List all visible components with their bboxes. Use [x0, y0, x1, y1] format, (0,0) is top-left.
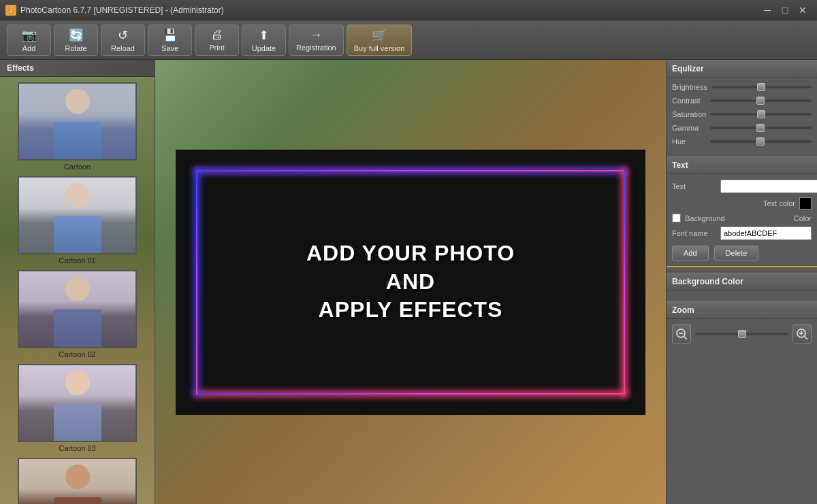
- print-button[interactable]: 🖨 Print: [195, 24, 239, 56]
- text-delete-button[interactable]: Delete: [714, 246, 759, 261]
- effect-thumb-cartoon04: [18, 458, 137, 504]
- text-input-row: Text: [672, 180, 812, 193]
- maximize-button[interactable]: □: [776, 3, 794, 17]
- buy-button[interactable]: 🛒 Buy full version: [347, 24, 413, 56]
- text-add-button[interactable]: Add: [672, 246, 709, 261]
- add-button[interactable]: 📷 Add: [7, 24, 51, 56]
- save-icon: 💾: [163, 28, 178, 43]
- effect-item-cartoon[interactable]: Cartoon: [5, 82, 149, 171]
- zoom-in-button[interactable]: [792, 324, 812, 343]
- gamma-slider[interactable]: [710, 127, 812, 129]
- text-btn-row: Add Delete: [672, 246, 812, 261]
- svg-line-1: [684, 337, 687, 339]
- bg-color-header: Background Color: [667, 273, 817, 290]
- effect-label-cartoon: Cartoon: [64, 163, 91, 171]
- save-label: Save: [161, 44, 178, 52]
- canvas-line1: ADD YOUR PHOTO: [306, 239, 515, 268]
- reload-button[interactable]: ↺ Reload: [101, 24, 145, 56]
- contrast-slider[interactable]: [710, 99, 812, 102]
- zoom-slider[interactable]: [695, 333, 788, 335]
- add-icon: 📷: [22, 28, 37, 43]
- font-name-row: Font name abodefABCDEF: [672, 226, 812, 240]
- svg-line-4: [805, 337, 807, 339]
- effects-panel: Effects Cartoon: [0, 60, 155, 504]
- registration-button[interactable]: → Registration: [289, 24, 344, 56]
- window-title: PhotoCartoon 6.7.7 [UNREGISTERED] - (Adm…: [20, 5, 224, 15]
- right-panel: Equlizer Brightness Contrast Saturation …: [666, 60, 817, 504]
- add-label: Add: [22, 44, 36, 52]
- effects-list-wrapper: Cartoon Cartoon 01: [0, 77, 155, 504]
- background-checkbox[interactable]: [672, 214, 681, 222]
- effect-label-cartoon02: Cartoon 02: [59, 350, 95, 358]
- effect-label-cartoon03: Cartoon 03: [59, 444, 95, 452]
- font-preview[interactable]: abodefABCDEF: [720, 226, 812, 240]
- registration-icon: →: [310, 28, 322, 42]
- rotate-label: Rotate: [65, 44, 86, 52]
- effects-list: Cartoon Cartoon 01: [0, 77, 155, 504]
- background-row: Background Color: [672, 214, 812, 222]
- reload-label: Reload: [111, 44, 135, 52]
- text-label: Text: [672, 182, 716, 190]
- color-label: Color: [794, 214, 812, 222]
- main-area: Effects Cartoon: [0, 60, 817, 504]
- text-input[interactable]: [720, 180, 817, 193]
- hue-row: Hue: [672, 137, 812, 146]
- print-icon: 🖨: [211, 28, 223, 42]
- update-button[interactable]: ⬆ Update: [242, 24, 286, 56]
- canvas-image: ADD YOUR PHOTO AND APPLY EFFECTS www.Vkr…: [176, 150, 645, 415]
- effect-item-cartoon03[interactable]: Cartoon 03: [5, 364, 149, 452]
- gamma-row: Gamma: [672, 124, 812, 132]
- gamma-label: Gamma: [672, 124, 706, 132]
- canvas-line2: AND: [306, 268, 515, 297]
- zoom-row: [672, 324, 812, 343]
- titlebar: 🎨 PhotoCartoon 6.7.7 [UNREGISTERED] - (A…: [0, 0, 817, 20]
- contrast-row: Contrast: [672, 97, 812, 105]
- hue-slider[interactable]: [710, 140, 812, 143]
- saturation-label: Saturation: [672, 110, 706, 118]
- neon-bottom: [196, 393, 625, 394]
- zoom-section: [667, 319, 817, 349]
- saturation-row: Saturation: [672, 110, 812, 118]
- neon-right: [624, 170, 625, 394]
- update-icon: ⬆: [259, 28, 269, 43]
- rotate-button[interactable]: 🔄 Rotate: [54, 24, 98, 56]
- effect-thumb-cartoon03: [18, 364, 137, 442]
- titlebar-left: 🎨 PhotoCartoon 6.7.7 [UNREGISTERED] - (A…: [5, 5, 224, 16]
- registration-label: Registration: [296, 44, 336, 52]
- effect-item-cartoon02[interactable]: Cartoon 02: [5, 270, 149, 358]
- minimize-button[interactable]: ─: [758, 3, 776, 17]
- text-color-label: Text color: [672, 199, 795, 207]
- equalizer-section: Brightness Contrast Saturation Gamma Hue: [667, 78, 817, 156]
- contrast-label: Contrast: [672, 97, 706, 105]
- window-controls[interactable]: ─ □ ✕: [758, 3, 812, 17]
- background-label: Background: [685, 214, 725, 222]
- update-label: Update: [252, 44, 276, 52]
- buy-icon: 🛒: [372, 28, 387, 43]
- hue-label: Hue: [672, 137, 706, 146]
- print-label: Print: [209, 44, 225, 52]
- effect-thumb-cartoon01: [18, 176, 137, 254]
- toolbar: 📷 Add 🔄 Rotate ↺ Reload 💾 Save 🖨 Print ⬆…: [0, 20, 817, 60]
- text-section-header: Text: [667, 156, 817, 174]
- zoom-out-button[interactable]: [672, 324, 691, 343]
- canvas-line3: APPLY EFFECTS: [306, 296, 515, 324]
- close-button[interactable]: ✕: [794, 3, 812, 17]
- effect-item-cartoon01[interactable]: Cartoon 01: [5, 176, 149, 265]
- effect-thumb-cartoon02: [18, 270, 137, 348]
- effect-thumb-cartoon: [18, 82, 137, 161]
- canvas-area: ADD YOUR PHOTO AND APPLY EFFECTS www.Vkr…: [155, 60, 666, 504]
- neon-top: [196, 170, 625, 171]
- bg-color-section: Background Color: [667, 266, 817, 301]
- saturation-slider[interactable]: [710, 113, 812, 116]
- neon-left: [196, 170, 197, 394]
- brightness-slider[interactable]: [711, 86, 812, 88]
- rotate-icon: 🔄: [69, 28, 84, 43]
- brightness-row: Brightness: [672, 83, 812, 91]
- effect-label-cartoon01: Cartoon 01: [59, 256, 95, 265]
- canvas-placeholder-text: ADD YOUR PHOTO AND APPLY EFFECTS: [306, 239, 515, 324]
- zoom-out-icon: [675, 328, 688, 340]
- text-color-swatch[interactable]: [799, 197, 812, 209]
- effect-item-cartoon04[interactable]: Cartoon 04: [5, 458, 149, 504]
- text-section: Text Text color Background Color Font na…: [667, 174, 817, 266]
- save-button[interactable]: 💾 Save: [148, 24, 192, 56]
